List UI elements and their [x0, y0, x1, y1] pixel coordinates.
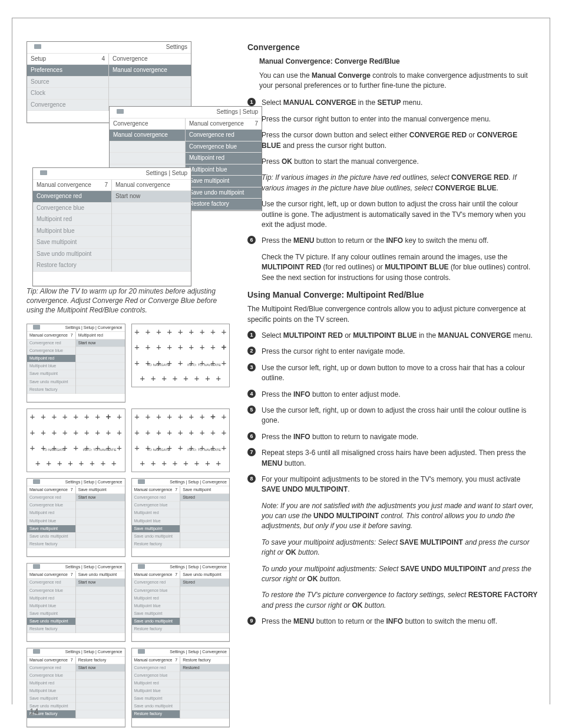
steps-manual: 1Select MANUAL CONVERGE in the SETUP men…	[247, 98, 538, 167]
mini-menu-restore-restored: Settings | Setup | Convergence Manual co…	[131, 648, 230, 727]
intro-multipoint: The Multipoint Red/Blue convergence cont…	[247, 304, 538, 325]
steps-multipoint: 1Select MULTIPOINT RED or MULTIPOINT BLU…	[247, 331, 538, 495]
crosshair-grid-1: +++++++ +++++++ +++++++ +++++++ +++++++ …	[131, 324, 230, 387]
crosshair-grid-3: +++++++ +++++++ +++++++ +++++++ +++++++ …	[131, 409, 230, 472]
tip-warmup: Tip: Allow the TV to warm up for 20 minu…	[27, 286, 230, 315]
left-column: Settings Setup4 Preferences Source Clock…	[18, 24, 230, 716]
note-restore: To restore the TV's picture convergence …	[262, 590, 538, 611]
crosshair-grid-2: +++++++ +++++++ +++++++ +++++++ +++++++ …	[27, 409, 125, 472]
mini-menu-save-undo: Settings | Setup | Convergence Manual co…	[27, 563, 125, 642]
intro-manual: You can use the Manual Converge controls…	[259, 71, 538, 91]
heading-manual: Manual Convergence: Converge Red/Blue	[259, 57, 538, 67]
mini-menu-save-multipoint-stored: Settings | Setup | Convergence Manual co…	[131, 478, 230, 557]
right-column: Convergence Manual Convergence: Converge…	[247, 24, 544, 716]
mini-menu-save-multipoint: Settings | Setup | Convergence Manual co…	[27, 478, 125, 557]
page-number: 14	[29, 706, 39, 717]
mini-menu-multipoint-red: Settings | Setup | Convergence Manual co…	[27, 324, 125, 403]
heading-convergence: Convergence	[247, 41, 538, 53]
mini-menu-save-undo-stored: Settings | Setup | Convergence Manual co…	[131, 563, 230, 642]
note-save: To save your multipoint adjustments: Sel…	[262, 538, 538, 558]
note-undo2: To undo your multipoint adjustments: Sel…	[262, 564, 538, 585]
tip-red-blue: Tip: If various images in the picture ha…	[262, 173, 538, 193]
menu-tab: Settings	[166, 43, 187, 52]
mini-menu-restore: Settings | Setup | Convergence Manual co…	[27, 648, 125, 727]
mini-grid: Settings | Setup | Convergence Manual co…	[27, 324, 230, 727]
check-picture: Check the TV picture. If any colour outl…	[262, 252, 538, 283]
note-undo: Note: If you are not satisfied with the …	[262, 501, 538, 532]
menu-manual-convergence: Settings | Setup Manual convergence 7 Co…	[32, 167, 191, 286]
heading-multipoint: Using Manual Converge: Multipoint Red/Bl…	[247, 289, 538, 301]
